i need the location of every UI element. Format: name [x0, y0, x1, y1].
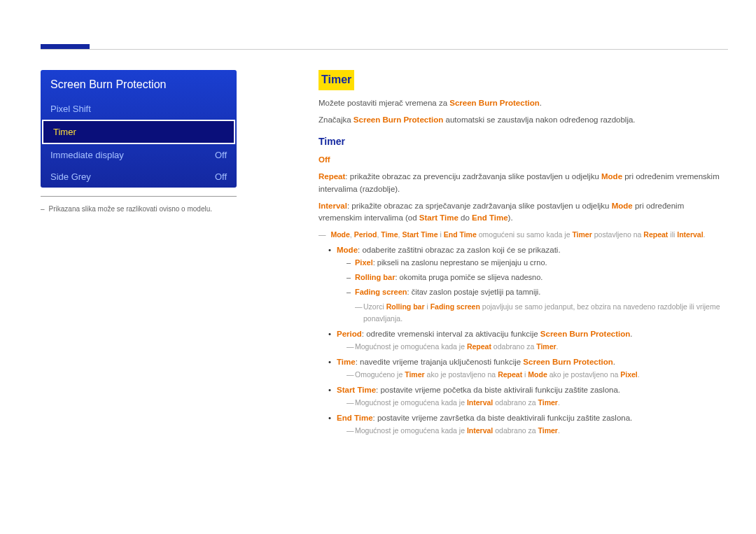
menu-label: Timer [53, 127, 76, 137]
section-heading: Timer [318, 70, 354, 90]
end-time-item: End Time: postavite vrijeme završetka da… [328, 412, 728, 436]
mode-item: Mode: odaberite zaštitni obrazac za zasl… [328, 244, 728, 323]
period-note: Mogućnost je omogućena kada je Repeat od… [346, 341, 728, 352]
pixel-sub: Pixel: pikseli na zaslonu neprestano se … [346, 257, 728, 269]
osd-menu-item-pixel-shift[interactable]: Pixel Shift [41, 98, 237, 120]
enable-note: Mode, Period, Time, Start Time i End Tim… [318, 229, 728, 240]
sub-heading: Timer [318, 134, 728, 150]
osd-menu: Screen Burn Protection Pixel Shift Timer… [41, 70, 237, 188]
off-label: Off [318, 154, 728, 167]
osd-menu-item-side-grey[interactable]: Side Grey Off [41, 166, 237, 188]
menu-label: Pixel Shift [50, 104, 91, 114]
menu-label: Side Grey [50, 171, 91, 182]
period-item: Period: odredite vremenski interval za a… [328, 328, 728, 352]
pattern-note: Uzorci Rolling bar i Fading screen pojav… [355, 301, 728, 324]
menu-value: Off [215, 150, 227, 160]
intro-line-1: Možete postaviti mjerač vremena za Scree… [318, 97, 728, 110]
options-list: Mode: odaberite zaštitni obrazac za zasl… [328, 244, 728, 436]
rolling-sub: Rolling bar: okomita pruga pomiče se sli… [346, 272, 728, 283]
main-content: Timer Možete postaviti mjerač vremena za… [318, 70, 728, 440]
start-time-item: Start Time: postavite vrijeme početka da… [328, 384, 728, 408]
start-note: Mogućnost je omogućena kada je Interval … [346, 397, 728, 408]
menu-label: Immediate display [50, 150, 124, 160]
menu-value: Off [215, 171, 227, 182]
fading-sub: Fading screen: čitav zaslon postaje svje… [346, 286, 728, 298]
time-item: Time: navedite vrijeme trajanja uključen… [328, 356, 728, 380]
image-caption: Prikazana slika može se razlikovati ovis… [41, 196, 237, 213]
end-note: Mogućnost je omogućena kada je Interval … [346, 425, 728, 436]
time-note: Omogućeno je Timer ako je postavljeno na… [346, 369, 728, 380]
osd-menu-title: Screen Burn Protection [41, 70, 237, 98]
intro-line-2: Značajka Screen Burn Protection automats… [318, 114, 728, 127]
repeat-line: Repeat: prikažite obrazac za prevenciju … [318, 171, 728, 196]
osd-menu-item-immediate-display[interactable]: Immediate display Off [41, 144, 237, 166]
interval-line: Interval: prikažite obrazac za sprječava… [318, 200, 728, 225]
osd-menu-item-timer[interactable]: Timer [42, 120, 235, 144]
